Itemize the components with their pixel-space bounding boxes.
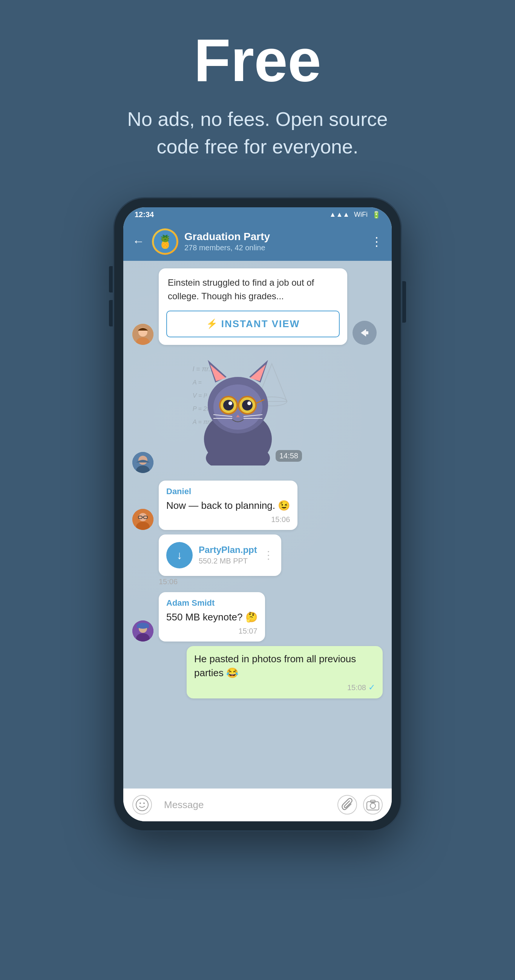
group-name: Graduation Party [184, 231, 365, 243]
bubble-meta-self: 15:08 ✓ [194, 682, 375, 692]
msg-time-self: 15:08 [347, 683, 366, 692]
message-row-file: ↓ PartyPlan.ppt 550.2 MB PPT ⋮ [132, 535, 383, 576]
message-input[interactable]: Message [158, 795, 332, 815]
message-row-adam: Adam Smidt 550 MB keynote? 🤔 15:07 [132, 592, 383, 641]
bubble-self: He pasted in photos from all previous pa… [187, 646, 383, 698]
status-bar: 12:34 ▲▲▲ WiFi 🔋 [123, 207, 392, 223]
iv-preview-text: Einstein struggled to find a job out of … [159, 268, 347, 310]
wifi-icon: WiFi [354, 211, 368, 219]
svg-point-32 [242, 400, 253, 410]
phone-inner: 12:34 ▲▲▲ WiFi 🔋 ← 🍍 Grad [123, 207, 392, 821]
battery-icon: 🔋 [372, 211, 380, 219]
share-button[interactable] [352, 321, 376, 345]
bubble-daniel1: Daniel Now — back to planning. 😉 15:06 [159, 480, 297, 530]
group-avatar: 🍍 [152, 228, 178, 255]
avatar-adam [132, 620, 153, 641]
check-icon: ✓ [368, 682, 375, 692]
svg-point-31 [223, 400, 234, 410]
svg-point-61 [370, 803, 376, 808]
svg-text:🍍: 🍍 [157, 234, 174, 250]
avatar-girl [132, 324, 153, 345]
sticker-container: l = πr... A = V = l³ P = 2πr A = πr³ s =… [185, 352, 313, 473]
bubble-meta-daniel1: 15:06 [166, 515, 290, 524]
emoji-button[interactable] [132, 795, 152, 815]
hero-subtitle: No ads, no fees. Open source code free f… [128, 105, 388, 161]
cat-sticker [185, 352, 291, 466]
msg-time-adam: 15:07 [239, 627, 257, 635]
signal-icon: ▲▲▲ [330, 211, 349, 219]
message-row-daniel1: Daniel Now — back to planning. 😉 15:06 [132, 480, 383, 530]
msg-text-adam: 550 MB keynote? 🤔 [166, 610, 257, 624]
hero-title: Free [194, 30, 321, 91]
sender-daniel: Daniel [166, 487, 290, 496]
chat-header: ← 🍍 Graduation Party 278 members, 42 onl… [123, 223, 392, 261]
file-download-icon[interactable]: ↓ [166, 542, 193, 568]
lightning-icon: ⚡ [206, 318, 218, 329]
phone-wrapper: 12:34 ▲▲▲ WiFi 🔋 ← 🍍 Grad [114, 198, 401, 830]
iv-button-label: INSTANT VIEW [221, 318, 300, 330]
msg-time-daniel1: 15:06 [271, 515, 290, 524]
bubble-meta-adam: 15:07 [166, 627, 257, 635]
status-icons: ▲▲▲ WiFi 🔋 [330, 211, 380, 219]
avatar-boy1 [132, 452, 153, 473]
message-row-self: He pasted in photos from all previous pa… [132, 646, 383, 698]
status-time: 12:34 [135, 210, 154, 219]
avatar-daniel [132, 509, 153, 530]
file-more-button[interactable]: ⋮ [263, 549, 274, 561]
bubble-adam: Adam Smidt 550 MB keynote? 🤔 15:07 [159, 592, 265, 641]
svg-point-57 [136, 799, 148, 811]
file-bubble: ↓ PartyPlan.ppt 550.2 MB PPT ⋮ [159, 535, 281, 576]
hero-section: Free No ads, no fees. Open source code f… [0, 0, 515, 183]
svg-point-58 [139, 802, 141, 804]
svg-point-59 [143, 802, 145, 804]
svg-point-34 [247, 401, 251, 405]
group-members: 278 members, 42 online [184, 243, 365, 252]
attach-button[interactable] [337, 795, 357, 815]
sticker-message-row: l = πr... A = V = l³ P = 2πr A = πr³ s =… [132, 352, 383, 473]
bottom-bar: Message [123, 789, 392, 821]
svg-point-33 [228, 401, 232, 405]
file-name: PartyPlan.ppt [199, 545, 257, 555]
phone-outer: 12:34 ▲▲▲ WiFi 🔋 ← 🍍 Grad [114, 198, 401, 830]
camera-button[interactable] [363, 795, 383, 815]
message-row-iv: Einstein struggled to find a job out of … [132, 268, 383, 345]
svg-rect-56 [137, 625, 149, 628]
sender-adam: Adam Smidt [166, 598, 257, 608]
more-button[interactable]: ⋮ [371, 234, 383, 249]
back-button[interactable]: ← [132, 234, 144, 248]
chat-area: Einstein struggled to find a job out of … [123, 261, 392, 789]
msg-text-self: He pasted in photos from all previous pa… [194, 652, 375, 679]
file-info: PartyPlan.ppt 550.2 MB PPT [199, 545, 257, 565]
group-info: Graduation Party 278 members, 42 online [184, 231, 365, 252]
file-time: 15:06 [159, 578, 178, 586]
file-size: 550.2 MB PPT [199, 557, 257, 565]
instant-view-button[interactable]: ⚡ INSTANT VIEW [166, 310, 340, 337]
msg-text-daniel1: Now — back to planning. 😉 [166, 499, 290, 512]
instant-view-card: Einstein struggled to find a job out of … [159, 268, 347, 345]
